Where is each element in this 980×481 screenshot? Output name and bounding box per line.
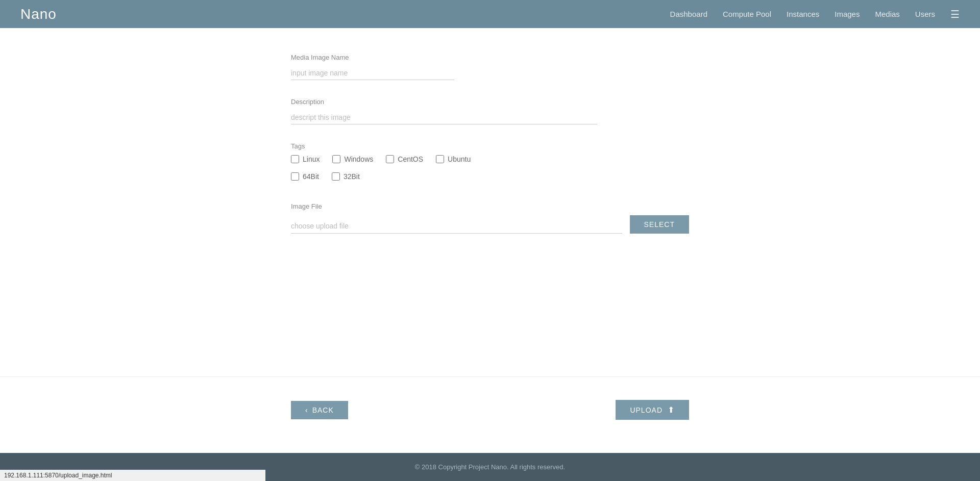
tags-row-2: 64Bit 32Bit bbox=[291, 172, 689, 181]
select-button[interactable]: SELECT bbox=[630, 215, 689, 234]
nav-medias[interactable]: Medias bbox=[875, 10, 899, 18]
status-url: 192.168.1.111:5870/upload_image.html bbox=[4, 472, 112, 479]
tag-centos-label: CentOS bbox=[398, 155, 423, 163]
tag-32bit-label: 32Bit bbox=[344, 172, 360, 181]
upload-arrow-icon: ⬆ bbox=[668, 405, 675, 415]
image-file-label: Image File bbox=[291, 202, 689, 210]
nav-compute-pool[interactable]: Compute Pool bbox=[723, 10, 771, 18]
checkbox-32bit[interactable] bbox=[332, 172, 340, 181]
nav-instances[interactable]: Instances bbox=[787, 10, 819, 18]
checkbox-linux[interactable] bbox=[291, 155, 299, 163]
tag-32bit[interactable]: 32Bit bbox=[332, 172, 360, 181]
bottom-bar-wrapper: ‹ BACK UPLOAD ⬆ bbox=[0, 376, 980, 453]
tag-windows-label: Windows bbox=[344, 155, 373, 163]
nav: Dashboard Compute Pool Instances Images … bbox=[670, 8, 960, 20]
logo: Nano bbox=[20, 6, 57, 22]
tag-linux[interactable]: Linux bbox=[291, 155, 320, 163]
checkbox-centos[interactable] bbox=[386, 155, 394, 163]
tag-centos[interactable]: CentOS bbox=[386, 155, 423, 163]
media-image-name-group: Media Image Name bbox=[291, 54, 689, 80]
main-content: Media Image Name Description Tags Linux … bbox=[0, 28, 980, 376]
bottom-bar: ‹ BACK UPLOAD ⬆ bbox=[271, 390, 709, 440]
tag-ubuntu-label: Ubuntu bbox=[448, 155, 471, 163]
description-label: Description bbox=[291, 98, 689, 106]
media-image-name-input[interactable] bbox=[291, 66, 454, 80]
tags-label: Tags bbox=[291, 142, 689, 150]
status-bar: 192.168.1.111:5870/upload_image.html bbox=[0, 470, 265, 481]
tags-group: Tags Linux Windows CentOS bbox=[291, 142, 689, 185]
file-placeholder-text: choose upload file bbox=[291, 222, 349, 230]
file-upload-row: choose upload file SELECT bbox=[291, 215, 689, 234]
tag-64bit-label: 64Bit bbox=[303, 172, 319, 181]
tags-row-1: Linux Windows CentOS Ubuntu bbox=[291, 155, 689, 163]
tag-ubuntu[interactable]: Ubuntu bbox=[436, 155, 471, 163]
back-button-label: BACK bbox=[312, 406, 334, 414]
nav-images[interactable]: Images bbox=[835, 10, 860, 18]
description-input[interactable] bbox=[291, 111, 597, 124]
tag-64bit[interactable]: 64Bit bbox=[291, 172, 319, 181]
media-image-name-label: Media Image Name bbox=[291, 54, 689, 61]
header: Nano Dashboard Compute Pool Instances Im… bbox=[0, 0, 980, 28]
copyright-text: © 2018 Copyright Project Nano. All right… bbox=[415, 463, 565, 471]
menu-icon[interactable]: ☰ bbox=[950, 8, 960, 20]
nav-users[interactable]: Users bbox=[915, 10, 935, 18]
image-file-group: Image File choose upload file SELECT bbox=[291, 202, 689, 234]
upload-button-label: UPLOAD bbox=[630, 406, 663, 414]
description-group: Description bbox=[291, 98, 689, 124]
file-input-wrapper: choose upload file bbox=[291, 219, 622, 234]
back-button[interactable]: ‹ BACK bbox=[291, 401, 348, 419]
tag-linux-label: Linux bbox=[303, 155, 320, 163]
tag-windows[interactable]: Windows bbox=[332, 155, 373, 163]
upload-button[interactable]: UPLOAD ⬆ bbox=[616, 400, 689, 420]
checkbox-64bit[interactable] bbox=[291, 172, 299, 181]
checkbox-ubuntu[interactable] bbox=[436, 155, 444, 163]
checkbox-windows[interactable] bbox=[332, 155, 340, 163]
tags-container: Linux Windows CentOS Ubuntu bbox=[291, 155, 689, 185]
chevron-left-icon: ‹ bbox=[305, 406, 308, 414]
form-container: Media Image Name Description Tags Linux … bbox=[271, 54, 709, 234]
nav-dashboard[interactable]: Dashboard bbox=[670, 10, 707, 18]
